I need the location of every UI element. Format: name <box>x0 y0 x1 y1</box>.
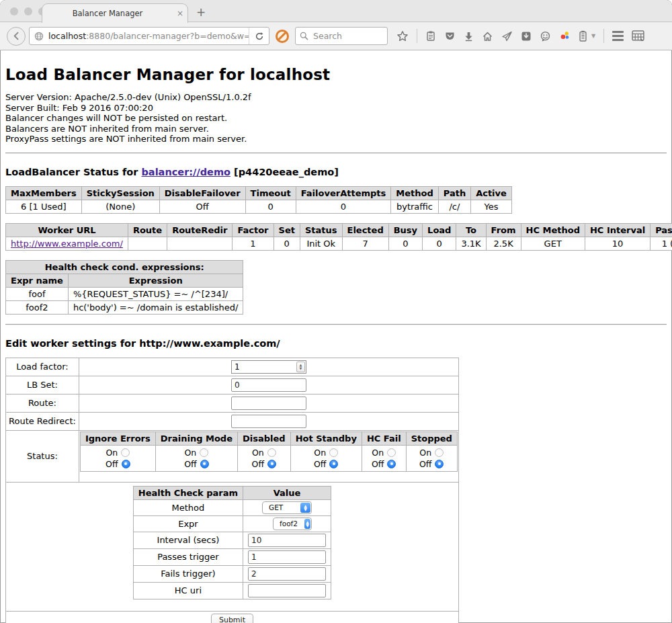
header-cell: From <box>486 223 521 237</box>
stopped-on-radio[interactable] <box>435 448 444 457</box>
heading-suffix: [p4420eeae_demo] <box>230 167 339 177</box>
passes-input[interactable] <box>248 550 326 564</box>
header-cell: Timeout <box>245 186 296 200</box>
route-redirect-label: Route Redirect: <box>6 412 79 430</box>
expr-select[interactable]: foof2▲▼ <box>273 517 312 530</box>
number-stepper-icon[interactable]: ▲▼ <box>296 362 305 372</box>
disabled-off-radio[interactable] <box>267 460 276 468</box>
disabled-on-radio[interactable] <box>267 448 276 457</box>
chat-smiley-icon[interactable] <box>540 31 551 42</box>
data-cell: 7 <box>342 237 388 250</box>
header-cell: Value <box>243 486 331 499</box>
route-label: Route: <box>6 394 79 412</box>
table-header-row: Worker URL Route RouteRedir Factor Set S… <box>6 223 672 237</box>
hc-row-hc-uri: HC uri <box>133 582 331 599</box>
download-arrow-icon[interactable] <box>464 31 474 42</box>
route-redirect-cell <box>79 412 458 430</box>
submit-cell: Submit <box>6 611 459 623</box>
send-plane-icon[interactable] <box>501 31 513 42</box>
hot-standby-off-radio[interactable] <box>329 460 338 468</box>
site-identity-globe-icon[interactable] <box>34 32 44 41</box>
header-cell: Path <box>438 186 470 200</box>
grid-panel-icon[interactable] <box>632 30 644 42</box>
table-title-row: Health check cond. expressions: <box>6 260 243 274</box>
draining-mode-off-radio[interactable] <box>200 460 209 468</box>
header-cell: Status <box>300 223 342 237</box>
interval-label: Interval (secs) <box>133 532 243 548</box>
header-cell: Hot Standby <box>290 431 362 445</box>
method-select[interactable]: GET▲▼ <box>262 501 312 514</box>
ignore-errors-off-radio[interactable] <box>122 460 130 468</box>
submit-button[interactable]: Submit <box>211 614 253 623</box>
data-cell: 0 <box>388 237 422 250</box>
close-window-button[interactable] <box>10 7 18 15</box>
radio-on-label: On <box>419 447 431 458</box>
status-cell-disabled: On Off <box>237 445 290 471</box>
header-cell: Passes <box>650 223 672 237</box>
interval-input[interactable] <box>248 534 326 547</box>
header-cell: FailoverAttempts <box>296 186 391 200</box>
radio-on-label: On <box>372 447 384 458</box>
expression-cell: %{REQUEST_STATUS} =~ /^[234]/ <box>68 287 243 300</box>
interval-cell <box>243 532 331 548</box>
back-arrow-icon <box>12 32 21 40</box>
draining-mode-on-radio[interactable] <box>200 448 208 457</box>
tab-strip: Balancer Manager × + <box>0 0 672 22</box>
hc-fail-off-radio[interactable] <box>387 460 396 468</box>
radio-off-label: Off <box>184 458 196 470</box>
hot-standby-on-radio[interactable] <box>329 448 338 457</box>
ignore-errors-on-radio[interactable] <box>121 448 130 457</box>
page-content: Load Balancer Manager for localhost Serv… <box>0 50 672 623</box>
route-redirect-input[interactable] <box>231 415 306 428</box>
back-button[interactable] <box>7 27 26 46</box>
menu-hamburger-icon[interactable] <box>612 31 624 41</box>
tab-balancer-manager[interactable]: Balancer Manager × <box>42 3 188 23</box>
form-row-route-redirect: Route Redirect: <box>6 412 459 430</box>
worker-url-cell: http://www.example.com/ <box>6 237 128 250</box>
home-icon[interactable] <box>482 31 493 42</box>
load-factor-input[interactable]: 1 ▲▼ <box>231 360 306 374</box>
header-cell: Elected <box>342 223 388 237</box>
status-cell-hot-standby: On Off <box>290 445 362 471</box>
toolbar-icons: ▼ <box>396 29 644 43</box>
server-version: Server Version: Apache/2.5.0-dev (Unix) … <box>5 92 667 103</box>
edit-worker-form: Load factor: 1 ▲▼ LB Set: Route: Route R… <box>5 358 459 623</box>
hc-row-passes: Passes trigger <box>133 548 331 565</box>
header-cell: HC Fail <box>362 431 406 445</box>
search-input[interactable] <box>312 30 372 42</box>
header-cell: Set <box>274 223 300 237</box>
overflow-caret-icon[interactable]: ▼ <box>591 33 595 39</box>
window-controls[interactable] <box>10 7 46 15</box>
download-box-icon[interactable] <box>521 31 532 42</box>
balancer-demo-link[interactable]: balancer://demo <box>141 167 230 177</box>
form-row-route: Route: <box>6 394 459 412</box>
battery-device-icon[interactable] <box>579 30 587 42</box>
content-blocker-icon[interactable] <box>276 30 289 43</box>
select-arrows-icon: ▲▼ <box>300 503 310 513</box>
data-cell <box>167 237 233 250</box>
status-table: Ignore Errors Draining Mode Disabled Hot… <box>80 431 458 472</box>
worker-url-link[interactable]: http://www.example.com/ <box>11 239 123 249</box>
passes-cell <box>243 548 331 565</box>
table-row: 6 [1 Used] (None) Off 0 0 bytraffic /c/ … <box>6 200 512 213</box>
route-input[interactable] <box>231 397 306 410</box>
reload-button[interactable] <box>249 28 269 44</box>
search-bar[interactable] <box>295 27 388 45</box>
clipboard-icon[interactable] <box>425 30 436 42</box>
tab-close-icon[interactable]: × <box>173 9 187 18</box>
fails-input[interactable] <box>248 567 326 581</box>
url-bar[interactable]: localhost:8880/balancer-manager?b=demo&w… <box>29 27 269 45</box>
minimize-window-button[interactable] <box>24 7 32 15</box>
header-cell: Worker URL <box>6 223 128 237</box>
lb-set-input[interactable] <box>231 378 306 392</box>
stopped-off-radio[interactable] <box>435 460 444 468</box>
hc-fail-on-radio[interactable] <box>387 448 396 457</box>
new-tab-button[interactable]: + <box>196 5 206 19</box>
colored-dots-extension-icon[interactable] <box>559 30 571 42</box>
hc-uri-input[interactable] <box>248 584 326 597</box>
inherit-notice: Balancers are NOT inherited from main se… <box>5 124 667 134</box>
pocket-icon[interactable] <box>444 31 456 42</box>
server-built: Server Built: Feb 9 2016 07:00:20 <box>5 103 667 114</box>
bookmark-star-icon[interactable] <box>396 30 409 42</box>
url-text[interactable]: localhost:8880/balancer-manager?b=demo&w… <box>48 31 249 41</box>
